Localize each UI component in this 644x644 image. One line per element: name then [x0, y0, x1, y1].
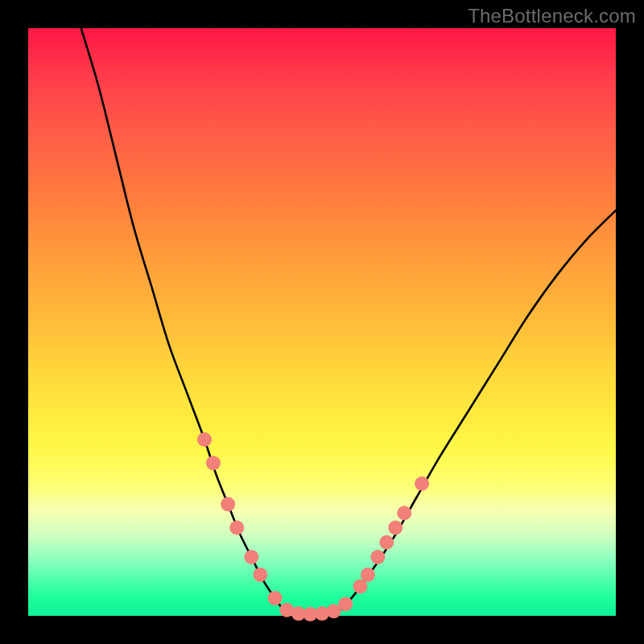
highlight-dot: [379, 535, 394, 550]
highlight-dot: [361, 568, 375, 582]
highlight-dot: [338, 597, 353, 611]
curve-layer: [81, 28, 616, 614]
highlight-dot: [244, 550, 258, 564]
highlight-dot: [370, 550, 385, 564]
highlight-dot: [253, 568, 267, 582]
highlight-dot: [221, 497, 235, 511]
highlight-dot: [388, 521, 402, 535]
watermark-text: TheBottleneck.com: [468, 5, 636, 27]
marker-layer: [197, 432, 429, 621]
highlight-dot: [229, 521, 244, 535]
chart-svg: [28, 28, 616, 616]
plot-area: [28, 28, 616, 616]
highlight-dot: [206, 456, 221, 470]
highlight-dot: [397, 506, 411, 520]
highlight-dot: [268, 591, 283, 605]
highlight-dot: [415, 477, 429, 491]
bottleneck-curve: [81, 28, 616, 614]
chart-frame: TheBottleneck.com: [0, 0, 644, 644]
highlight-dot: [197, 432, 212, 447]
